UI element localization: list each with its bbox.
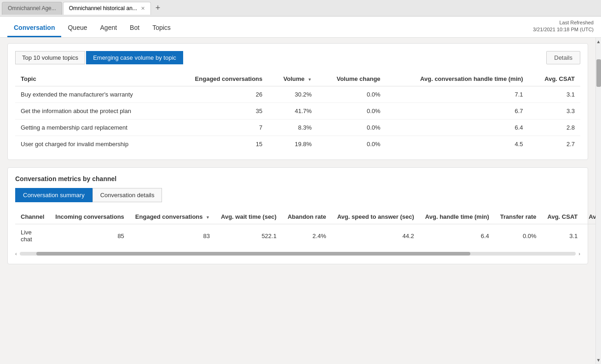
right-scrollbar[interactable]: ▲ ▼ — [595, 38, 601, 364]
col-avg-csat: Avg. CSAT — [529, 72, 580, 86]
nav-item-topics[interactable]: Topics — [146, 18, 177, 37]
col-avg-handle: Avg. conversation handle time (min) — [386, 72, 529, 86]
scroll-up-icon[interactable]: ▲ — [596, 38, 601, 46]
scroll-thumb[interactable] — [596, 59, 601, 87]
tab-top10[interactable]: Top 10 volume topics — [15, 51, 85, 64]
col-volume-change: Volume change — [317, 72, 386, 86]
cell-topic: Getting a membership card replacement — [15, 119, 170, 136]
page-wrapper: Top 10 volume topics Emerging case volum… — [0, 38, 601, 364]
sub-tab-row: Conversation summary Conversation detail… — [15, 188, 580, 202]
cell-transfer-rate: 0.0% — [495, 224, 542, 248]
col-topic: Topic — [15, 72, 170, 86]
table-row: Getting a membership card replacement 7 … — [15, 119, 580, 136]
cell-avg-handle: 7.1 — [386, 86, 529, 103]
cell-volume: 19.8% — [268, 136, 317, 153]
h-scroll-track[interactable] — [20, 252, 576, 256]
cell-avg-survey — [583, 224, 595, 248]
metrics-panel: Conversation metrics by channel Conversa… — [7, 167, 588, 264]
cell-avg-handle: 6.4 — [386, 119, 529, 136]
last-refreshed: Last Refreshed 3/21/2021 10:18 PM (UTC) — [533, 19, 594, 34]
col-avg-speed: Avg. speed to answer (sec) — [332, 210, 420, 224]
topics-tab-group: Top 10 volume topics Emerging case volum… — [15, 51, 183, 64]
col-abandon-rate: Abandon rate — [282, 210, 332, 224]
table-row: User got charged for invalid membership … — [15, 136, 580, 153]
cell-topic: User got charged for invalid membership — [15, 136, 170, 153]
volume-sort-icon[interactable]: ▼ — [307, 77, 312, 82]
metrics-section-title: Conversation metrics by channel — [15, 175, 580, 182]
tab-emerging[interactable]: Emerging case volume by topic — [86, 51, 183, 64]
cell-engaged: 35 — [170, 103, 268, 119]
sub-tab-details[interactable]: Conversation details — [92, 188, 162, 202]
horizontal-scrollbar[interactable]: ‹ › — [15, 251, 580, 256]
close-tab-2-icon[interactable]: ✕ — [141, 6, 145, 11]
topics-panel: Top 10 volume topics Emerging case volum… — [7, 43, 588, 160]
topics-table: Topic Engaged conversations Volume ▼ Vol… — [15, 72, 580, 152]
browser-tab-1[interactable]: Omnichannel Age... — [2, 2, 62, 15]
col-incoming: Incoming conversations — [50, 210, 130, 224]
add-tab-button[interactable]: + — [152, 3, 164, 13]
cell-engaged: 83 — [130, 224, 215, 248]
scroll-right-icon[interactable]: › — [578, 251, 580, 256]
cell-avg-csat: 2.8 — [529, 119, 580, 136]
cell-engaged: 15 — [170, 136, 268, 153]
col-volume: Volume ▼ — [268, 72, 317, 86]
nav-item-queue[interactable]: Queue — [61, 18, 93, 37]
col-avg-csat-m: Avg. CSAT — [542, 210, 584, 224]
tab-1-label: Omnichannel Age... — [8, 5, 56, 11]
cell-volume: 8.3% — [268, 119, 317, 136]
cell-avg-csat: 3.3 — [529, 103, 580, 119]
col-avg-handle-time: Avg. handle time (min) — [420, 210, 495, 224]
h-scroll-thumb — [36, 252, 470, 256]
col-channel: Channel — [15, 210, 50, 224]
col-engaged-conv: Engaged conversations ▼ — [130, 210, 215, 224]
cell-engaged: 26 — [170, 86, 268, 103]
cell-volume: 30.2% — [268, 86, 317, 103]
topics-tab-row: Top 10 volume topics Emerging case volum… — [15, 51, 580, 64]
table-row: Buy extended the manufacturer's warranty… — [15, 86, 580, 103]
cell-avg-csat: 3.1 — [542, 224, 584, 248]
page-scroll[interactable]: Top 10 volume topics Emerging case volum… — [0, 38, 595, 364]
cell-avg-speed: 44.2 — [332, 224, 420, 248]
browser-tab-bar: Omnichannel Age... Omnichannel historica… — [0, 0, 601, 17]
cell-topic: Buy extended the manufacturer's warranty — [15, 86, 170, 103]
scroll-left-icon[interactable]: ‹ — [15, 251, 17, 256]
cell-avg-handle: 4.5 — [386, 136, 529, 153]
col-avg-wait: Avg. wait time (sec) — [215, 210, 282, 224]
engaged-sort-icon[interactable]: ▼ — [206, 215, 210, 220]
cell-topic: Get the information about the protect pl… — [15, 103, 170, 119]
cell-volume: 41.7% — [268, 103, 317, 119]
sub-tab-summary[interactable]: Conversation summary — [15, 188, 92, 202]
metrics-table: Channel Incoming conversations Engaged c… — [15, 210, 595, 247]
cell-volume-change: 0.0% — [317, 119, 386, 136]
cell-avg-csat: 3.1 — [529, 86, 580, 103]
cell-incoming: 85 — [50, 224, 130, 248]
nav-item-bot[interactable]: Bot — [123, 18, 146, 37]
table-row: Get the information about the protect pl… — [15, 103, 580, 119]
tab-2-label: Omnichannel historical an... — [69, 5, 137, 11]
table-row: Live chat 85 83 522.1 2.4% 44.2 6.4 0.0%… — [15, 224, 595, 248]
cell-avg-csat: 2.7 — [529, 136, 580, 153]
nav-item-conversation[interactable]: Conversation — [7, 18, 61, 37]
col-transfer-rate: Transfer rate — [495, 210, 542, 224]
browser-tab-2[interactable]: Omnichannel historical an... ✕ — [63, 2, 151, 15]
cell-channel: Live chat — [15, 224, 50, 248]
scroll-down-icon[interactable]: ▼ — [596, 356, 601, 364]
nav-bar: Conversation Queue Agent Bot Topics Last… — [0, 17, 601, 38]
cell-avg-handle: 6.7 — [386, 103, 529, 119]
cell-engaged: 7 — [170, 119, 268, 136]
cell-volume-change: 0.0% — [317, 103, 386, 119]
col-avg-survey: Avg. survey se — [583, 210, 595, 224]
details-button[interactable]: Details — [546, 51, 580, 64]
cell-volume-change: 0.0% — [317, 136, 386, 153]
cell-volume-change: 0.0% — [317, 86, 386, 103]
nav-item-agent[interactable]: Agent — [94, 18, 124, 37]
cell-avg-wait: 522.1 — [215, 224, 282, 248]
cell-avg-handle: 6.4 — [420, 224, 495, 248]
col-engaged: Engaged conversations — [170, 72, 268, 86]
cell-abandon-rate: 2.4% — [282, 224, 332, 248]
